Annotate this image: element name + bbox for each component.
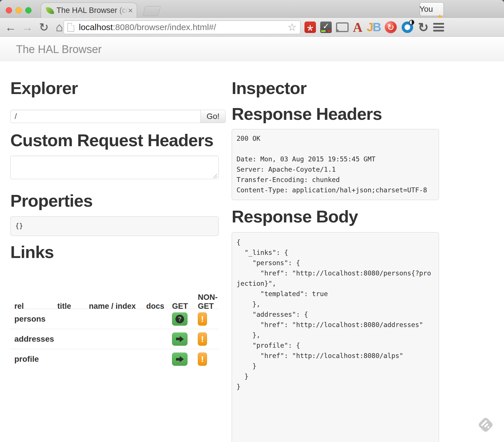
jetbrains-icon[interactable]: JB [367, 20, 380, 34]
url-text[interactable]: localhost:8080/browser/index.html#/ [79, 22, 216, 32]
browser-window: The HAL Browser (customiz × You ! ← → ↻ … [0, 0, 504, 442]
feedly-mini-icon[interactable] [478, 417, 494, 433]
back-icon[interactable]: ← [4, 21, 17, 34]
links-table: rel title name / index docs GET NON-GET … [10, 293, 219, 369]
page-navbar: The HAL Browser [0, 37, 504, 61]
col-docs: docs [142, 302, 168, 311]
response-headers-box: 200 OK Date: Mon, 03 Aug 2015 19:55:45 G… [232, 129, 439, 200]
window-zoom-button[interactable] [25, 7, 32, 13]
properties-value: {} [11, 217, 218, 235]
tab-strip: The HAL Browser (customiz × You ! [0, 0, 504, 18]
reload-icon[interactable]: ↻ [37, 21, 50, 34]
warning-icon: ! [435, 5, 444, 13]
col-title: title [53, 302, 85, 311]
blue-circle-extension-icon[interactable] [401, 21, 414, 34]
go-button[interactable]: Go! [200, 110, 226, 123]
links-heading: Links [10, 244, 54, 261]
browser-tab[interactable]: The HAL Browser (customiz × [41, 3, 137, 18]
bookmark-star-icon[interactable]: ☆ [288, 22, 297, 32]
profile-button[interactable]: You ! [420, 2, 444, 16]
non-get-button[interactable]: ! [198, 333, 207, 346]
extension-icons: * ✓ A JB ↻ ↻ [304, 18, 444, 37]
non-get-button[interactable]: ! [198, 353, 207, 366]
new-tab-button[interactable] [142, 6, 161, 16]
get-button[interactable] [172, 353, 187, 366]
rel-label: persons [10, 314, 53, 324]
rel-label: profile [10, 355, 53, 364]
checkmark-extension-icon[interactable]: ✓ [320, 21, 332, 33]
menu-icon[interactable] [433, 23, 444, 32]
custom-request-headers-heading: Custom Request Headers [10, 132, 213, 149]
session-restore-icon[interactable]: ↻ [418, 20, 429, 35]
non-get-button[interactable]: ! [198, 312, 207, 326]
help-icon: ? [175, 315, 184, 323]
tab-title-fade [115, 6, 128, 15]
window-close-button[interactable] [6, 7, 12, 13]
textarea-resize-grip[interactable] [212, 173, 217, 178]
site-title: The HAL Browser [16, 43, 101, 56]
tab-close-icon[interactable]: × [128, 7, 133, 15]
table-row: addresses ! [10, 329, 219, 349]
forward-icon: → [21, 21, 34, 34]
col-get: GET [168, 302, 194, 311]
get-button[interactable]: ? [172, 312, 187, 326]
explorer-heading: Explorer [10, 80, 78, 97]
response-headers-text: 200 OK Date: Mon, 03 Aug 2015 19:55:45 G… [232, 129, 439, 199]
explorer-address-input[interactable] [10, 110, 201, 123]
table-row: profile ! [10, 349, 219, 369]
profile-label: You [419, 5, 433, 14]
spring-leaf-favicon [46, 6, 54, 15]
table-row: persons ? ! [10, 309, 219, 329]
links-table-header: rel title name / index docs GET NON-GET [10, 293, 219, 309]
address-bar[interactable]: localhost:8080/browser/index.html#/ ☆ [64, 20, 300, 34]
response-body-text: { "_links": { "persons": { "href": "http… [232, 232, 439, 396]
response-headers-heading: Response Headers [232, 105, 382, 123]
cast-icon[interactable] [336, 22, 349, 32]
col-non-get: NON-GET [194, 293, 219, 311]
tab-title: The HAL Browser (customiz [56, 6, 128, 15]
properties-box: {} [10, 216, 219, 236]
col-rel: rel [10, 302, 53, 311]
response-body-box: { "_links": { "persons": { "href": "http… [232, 232, 439, 442]
letter-a-extension-icon[interactable]: A [353, 20, 362, 35]
page-icon[interactable] [67, 23, 74, 32]
arrow-right-icon [176, 356, 184, 362]
col-name-index: name / index [85, 302, 142, 311]
lastpass-icon[interactable]: * [304, 21, 316, 33]
rel-label: addresses [10, 335, 53, 344]
window-minimize-button[interactable] [15, 7, 22, 13]
red-sync-icon[interactable]: ↻ [385, 21, 397, 33]
arrow-right-icon [176, 336, 184, 342]
custom-request-headers-textarea[interactable] [10, 156, 219, 179]
explorer-address-group: Go! [10, 110, 226, 123]
properties-heading: Properties [10, 192, 93, 210]
inspector-heading: Inspector [232, 80, 306, 97]
get-button[interactable] [172, 333, 187, 346]
response-body-heading: Response Body [232, 208, 358, 225]
